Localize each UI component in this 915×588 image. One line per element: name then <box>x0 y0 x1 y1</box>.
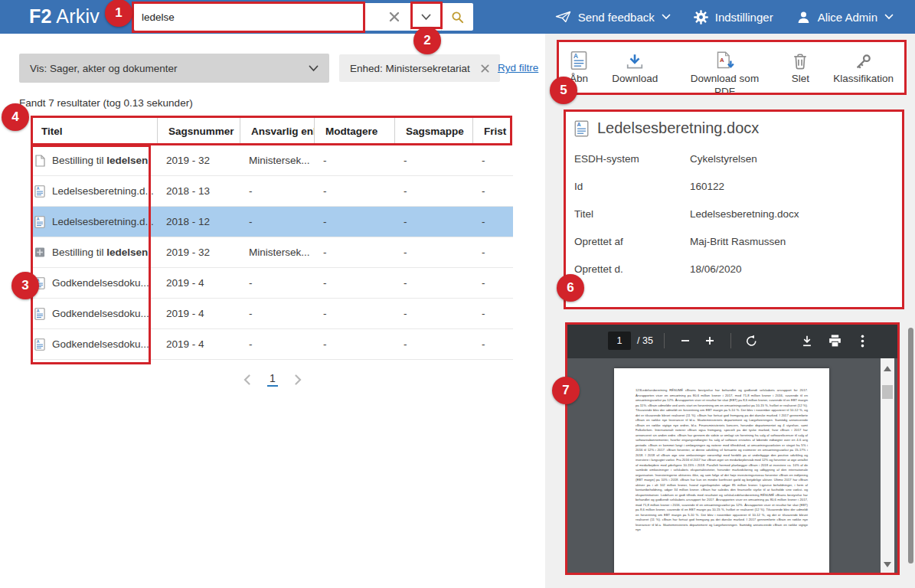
pdf-preview: 1 / 35 123Ledelsesberetning RÉSUMÉ cBrai… <box>565 323 900 575</box>
classification-label: Klassifikation <box>833 73 894 84</box>
column-header-ansvarlig[interactable]: Ansvarlig enl <box>240 116 314 145</box>
results-table: Titel Sagsnummer Ansvarlig enl Modtagere… <box>31 116 513 360</box>
chevron-down-icon <box>421 14 431 21</box>
download-pdf-icon: A <box>714 51 735 70</box>
row-title: Bestilling til ledelsen <box>52 247 148 258</box>
row-modtagere: - <box>314 155 394 166</box>
pdf-page-number-input[interactable]: 1 <box>608 332 631 350</box>
rotate-icon-button[interactable] <box>742 331 762 351</box>
document-toolbar: A Åbn Download A Download som PDF Slet K… <box>557 41 907 95</box>
row-ansvarlig: - <box>240 277 314 289</box>
table-row[interactable]: AGodkendelsesdoku... 2019 - 4 - - - - <box>31 329 513 360</box>
pagination-prev-button[interactable] <box>243 374 250 385</box>
download-button[interactable]: Download <box>612 47 658 84</box>
svg-text:A: A <box>37 186 40 191</box>
chevron-left-icon <box>243 374 250 385</box>
row-sagsnummer: 2019 - 32 <box>157 155 240 166</box>
column-header-sagsmappe[interactable]: Sagsmappe <box>394 116 472 145</box>
row-sagsmappe: - <box>394 277 472 289</box>
svg-text:A: A <box>37 339 40 344</box>
svg-text:A: A <box>720 57 724 64</box>
document-icon: A <box>34 308 45 320</box>
chevron-right-icon <box>295 374 302 385</box>
detail-row-oprettet-af: Oprettet afMaj-Britt Rasmussen <box>574 227 894 255</box>
settings-label: Indstillinger <box>715 11 773 24</box>
unit-filter-label: Enhed: Ministersekretariat <box>350 63 470 74</box>
table-row[interactable]: Bestilling til ledelsen 2019 - 32 Minist… <box>31 237 513 268</box>
clear-filters-link[interactable]: Ryd filtre <box>498 62 538 74</box>
pdf-more-button[interactable] <box>852 331 872 351</box>
row-frist: - <box>472 247 513 258</box>
search-input[interactable] <box>134 3 378 31</box>
scroll-up-icon[interactable] <box>884 366 891 371</box>
classification-button[interactable]: Klassifikation <box>833 47 894 84</box>
user-menu[interactable]: Alice Admin <box>789 0 901 34</box>
download-as-pdf-button[interactable]: A Download som PDF <box>681 47 767 99</box>
row-sagsnummer: 2019 - 4 <box>157 338 240 350</box>
plus-icon <box>704 335 715 346</box>
row-sagsmappe: - <box>394 216 472 227</box>
pagination-next-button[interactable] <box>295 374 302 385</box>
table-row[interactable]: Bestilling til ledelsen 2019 - 32 Minist… <box>31 145 513 176</box>
pagination-page-1[interactable]: 1 <box>267 372 278 387</box>
row-frist: - <box>472 185 513 197</box>
table-row-selected[interactable]: ALedelsesberetning.d... 2018 - 12 - - - … <box>31 207 513 237</box>
download-label: Download <box>612 73 658 84</box>
table-row[interactable]: AGodkendelsesdoku... 2019 - 4 - - - - <box>31 268 513 299</box>
download-pdf-label: Download som PDF <box>681 73 767 99</box>
pdf-scrollbar-thumb[interactable] <box>882 385 893 399</box>
delete-button[interactable]: Slet <box>792 47 809 84</box>
detail-row-id: Id160122 <box>574 172 894 200</box>
table-row[interactable]: ALedelsesberetning.d... 2018 - 13 - - - … <box>31 176 513 207</box>
trash-icon <box>792 52 808 70</box>
chevron-down-icon <box>309 65 319 72</box>
zoom-out-button[interactable] <box>675 331 695 351</box>
logo-f2: F2 <box>29 5 52 27</box>
column-header-sagsnummer[interactable]: Sagsnummer <box>157 116 240 145</box>
results-pane: Vis: Sager, akter og dokumenter Enhed: M… <box>0 34 545 588</box>
row-title: Godkendelsesdoku... <box>52 338 149 350</box>
divider <box>730 333 731 348</box>
column-header-titel[interactable]: Titel <box>31 116 157 145</box>
table-row[interactable]: AGodkendelsesdoku... 2019 - 4 - - - - <box>31 299 513 329</box>
user-name-label: Alice Admin <box>818 11 877 24</box>
panel-scrollbar-thumb[interactable] <box>908 328 913 564</box>
pdf-scrollbar[interactable] <box>881 358 894 575</box>
svg-text:A: A <box>37 309 40 313</box>
detail-value: 18/06/2020 <box>690 263 742 275</box>
minus-icon <box>680 335 691 346</box>
view-filter-dropdown[interactable]: Vis: Sager, akter og dokumenter <box>19 54 329 83</box>
printer-icon <box>828 335 841 347</box>
column-header-modtagere[interactable]: Modtagere <box>314 116 394 145</box>
detail-row-titel: TitelLedelsesberetning.docx <box>574 200 894 227</box>
send-feedback-menu[interactable]: Send feedback <box>547 0 678 34</box>
blank-page-icon <box>34 155 45 167</box>
pdf-page-text: 123Ledelsesberetning RÉSUMÉ cBrains best… <box>614 368 829 533</box>
document-icon: A <box>34 338 45 351</box>
callout-badge-7: 7 <box>552 377 580 404</box>
document-icon: A <box>34 216 45 228</box>
scroll-down-icon[interactable] <box>884 562 891 567</box>
search-submit-button[interactable] <box>441 3 473 31</box>
row-title: Ledelsesberetning.d... <box>52 216 154 227</box>
pdf-print-button[interactable] <box>825 331 845 351</box>
zoom-in-button[interactable] <box>700 331 720 351</box>
open-button[interactable]: A Åbn <box>570 47 588 84</box>
remove-filter-icon[interactable] <box>481 64 489 73</box>
column-header-frist[interactable]: Frist <box>472 116 513 145</box>
row-modtagere: - <box>314 216 394 227</box>
row-sagsnummer: 2018 - 12 <box>157 216 240 227</box>
svg-text:A: A <box>574 53 578 60</box>
settings-button[interactable]: Indstillinger <box>686 0 781 34</box>
pdf-download-button[interactable] <box>797 331 817 351</box>
row-ansvarlig: - <box>240 338 314 350</box>
row-sagsnummer: 2019 - 32 <box>157 247 240 258</box>
row-frist: - <box>472 308 513 319</box>
pdf-toolbar: 1 / 35 <box>565 323 900 358</box>
document-icon: A <box>574 120 589 137</box>
row-modtagere: - <box>314 338 394 350</box>
search-clear-button[interactable] <box>378 3 410 31</box>
unit-filter-chip[interactable]: Enhed: Ministersekretariat <box>339 54 500 82</box>
row-frist: - <box>472 216 513 227</box>
detail-value: 160122 <box>690 181 724 192</box>
